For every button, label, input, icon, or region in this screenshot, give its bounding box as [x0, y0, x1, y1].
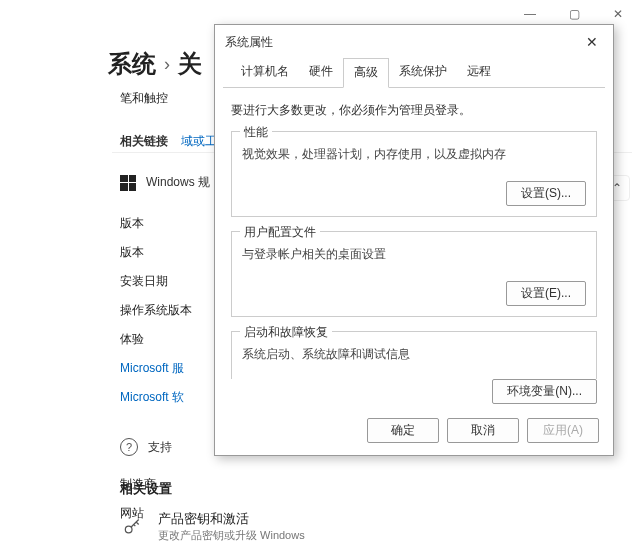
tab-hardware[interactable]: 硬件 — [299, 58, 343, 88]
ms-software-link[interactable]: Microsoft 软 — [120, 385, 220, 410]
tab-computer-name[interactable]: 计算机名 — [231, 58, 299, 88]
related-links-label: 相关链接 — [120, 134, 168, 148]
dialog-tabs: 计算机名 硬件 高级 系统保护 远程 — [223, 57, 605, 88]
support-label: 支持 — [148, 439, 172, 456]
profiles-title: 用户配置文件 — [240, 224, 320, 241]
performance-desc: 视觉效果，处理器计划，内存使用，以及虚拟内存 — [242, 146, 586, 163]
windows-spec-label: Windows 规 — [146, 174, 210, 191]
left-column: 笔和触控 相关链接 域或工 Windows 规 版本 版本 安装日期 操作系统版… — [120, 86, 220, 526]
svg-point-0 — [125, 526, 132, 533]
tab-system-protection[interactable]: 系统保护 — [389, 58, 457, 88]
profiles-group: 用户配置文件 与登录帐户相关的桌面设置 设置(E)... — [231, 231, 597, 317]
profiles-desc: 与登录帐户相关的桌面设置 — [242, 246, 586, 263]
related-settings-heading: 相关设置 — [120, 480, 172, 498]
ok-button[interactable]: 确定 — [367, 418, 439, 443]
breadcrumb: 系统 › 关 — [108, 48, 202, 80]
windows-logo-icon — [120, 175, 136, 191]
chevron-right-icon: › — [164, 54, 170, 75]
pen-touch-label: 笔和触控 — [120, 86, 220, 111]
activation-title: 产品密钥和激活 — [158, 510, 305, 528]
breadcrumb-about: 关 — [178, 48, 202, 80]
tab-remote[interactable]: 远程 — [457, 58, 501, 88]
experience-label: 体验 — [120, 327, 220, 352]
cancel-button[interactable]: 取消 — [447, 418, 519, 443]
dialog-title: 系统属性 — [225, 34, 273, 51]
activation-subtitle: 更改产品密钥或升级 Windows — [158, 528, 305, 543]
apply-button[interactable]: 应用(A) — [527, 418, 599, 443]
activation-item[interactable]: 产品密钥和激活 更改产品密钥或升级 Windows — [120, 510, 305, 543]
admin-note: 要进行大多数更改，你必须作为管理员登录。 — [231, 102, 597, 119]
os-build-label: 操作系统版本 — [120, 298, 220, 323]
performance-title: 性能 — [240, 124, 272, 141]
dialog-close-button[interactable]: ✕ — [579, 31, 605, 53]
key-icon — [120, 515, 144, 539]
system-properties-dialog: 系统属性 ✕ 计算机名 硬件 高级 系统保护 远程 要进行大多数更改，你必须作为… — [214, 24, 614, 456]
version-label: 版本 — [120, 240, 220, 265]
install-date-label: 安装日期 — [120, 269, 220, 294]
startup-title: 启动和故障恢复 — [240, 324, 332, 341]
domain-workgroup-link[interactable]: 域或工 — [181, 134, 217, 148]
breadcrumb-system[interactable]: 系统 — [108, 48, 156, 80]
ms-service-link[interactable]: Microsoft 服 — [120, 356, 220, 381]
startup-group: 启动和故障恢复 系统启动、系统故障和调试信息 设置(T)... — [231, 331, 597, 379]
env-vars-button[interactable]: 环境变量(N)... — [492, 379, 597, 404]
performance-group: 性能 视觉效果，处理器计划，内存使用，以及虚拟内存 设置(S)... — [231, 131, 597, 217]
profiles-settings-button[interactable]: 设置(E)... — [506, 281, 586, 306]
performance-settings-button[interactable]: 设置(S)... — [506, 181, 586, 206]
question-icon: ? — [120, 438, 138, 456]
tab-advanced[interactable]: 高级 — [343, 58, 389, 88]
edition-label: 版本 — [120, 211, 220, 236]
startup-desc: 系统启动、系统故障和调试信息 — [242, 346, 586, 363]
